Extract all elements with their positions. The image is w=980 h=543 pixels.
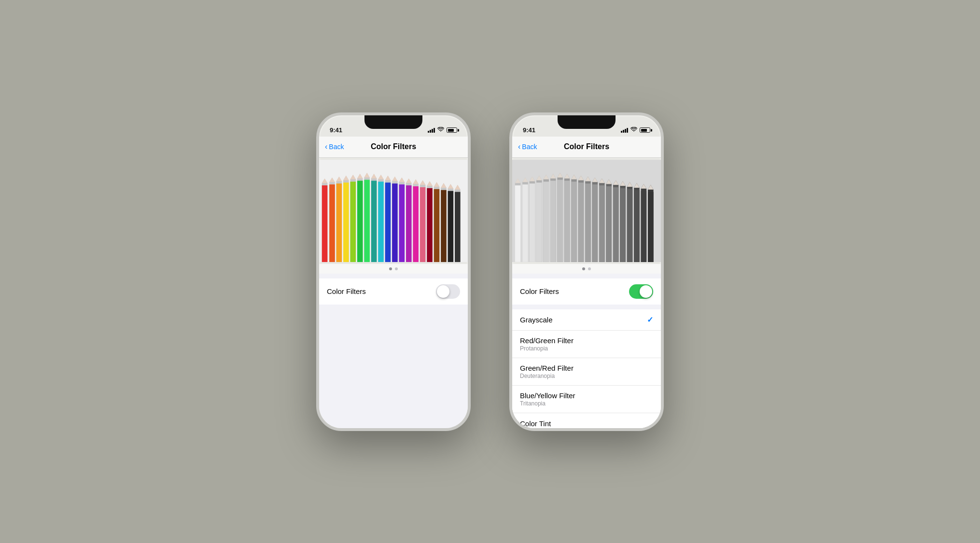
page-dots-2 <box>512 264 661 274</box>
filter-option-red-green[interactable]: Red/Green Filter Protanopia <box>512 331 661 358</box>
settings-content-1: Color Filters <box>319 274 468 428</box>
page-dots-1 <box>319 264 468 274</box>
color-filters-row-1: Color Filters <box>319 278 468 305</box>
nav-title-2: Color Filters <box>564 142 609 151</box>
filter-option-color-tint-text: Color Tint <box>520 419 551 428</box>
svg-rect-3 <box>322 185 328 262</box>
svg-rect-94 <box>585 183 591 262</box>
status-icons-1 <box>428 127 457 134</box>
color-filters-row-2: Color Filters <box>512 278 661 305</box>
battery-icon-2 <box>640 127 650 133</box>
filter-option-blue-yellow-sub: Tritanopia <box>520 400 575 407</box>
notch-1 <box>364 115 422 129</box>
signal-icon-2 <box>621 128 628 133</box>
svg-rect-88 <box>571 181 577 262</box>
filter-option-red-green-sub: Protanopia <box>520 345 574 352</box>
nav-bar-1: ‹ Back Color Filters <box>319 137 468 158</box>
color-filters-label-1: Color Filters <box>327 287 366 295</box>
svg-rect-121 <box>648 192 654 262</box>
svg-rect-27 <box>378 181 384 262</box>
svg-rect-57 <box>448 191 454 262</box>
phone-1-body: 9:41 <box>316 112 471 431</box>
phone-2-body: 9:41 <box>509 112 664 431</box>
color-filters-section-1: Color Filters <box>319 278 468 305</box>
battery-icon-1 <box>447 127 457 133</box>
svg-rect-6 <box>329 184 335 262</box>
pencil-area-2 <box>512 158 661 264</box>
filter-option-grayscale-text: Grayscale <box>520 316 553 324</box>
svg-rect-45 <box>420 187 426 262</box>
nav-title-1: Color Filters <box>371 142 416 151</box>
svg-rect-79 <box>550 181 556 262</box>
filter-options-section: Grayscale ✓ Red/Green Filter Protanopia … <box>512 309 661 428</box>
svg-rect-51 <box>434 189 440 262</box>
svg-rect-112 <box>627 189 633 262</box>
nav-bar-2: ‹ Back Color Filters <box>512 137 661 158</box>
toggle-knob-2 <box>640 285 652 298</box>
filter-option-blue-yellow-text: Blue/Yellow Filter Tritanopia <box>520 391 575 407</box>
svg-rect-18 <box>357 181 363 262</box>
svg-rect-100 <box>599 185 605 262</box>
back-button-1[interactable]: ‹ Back <box>325 142 344 151</box>
chevron-left-icon-2: ‹ <box>518 142 520 151</box>
svg-rect-91 <box>578 182 584 262</box>
back-label-1: Back <box>329 143 344 151</box>
svg-rect-42 <box>413 186 419 262</box>
svg-rect-82 <box>557 180 563 262</box>
dot-2-active <box>582 267 585 270</box>
svg-rect-9 <box>336 183 342 262</box>
filter-option-grayscale[interactable]: Grayscale ✓ <box>512 309 661 331</box>
signal-icon-1 <box>428 128 435 133</box>
svg-rect-118 <box>641 191 647 262</box>
color-filters-toggle-2[interactable] <box>629 284 653 299</box>
status-icons-2 <box>621 127 650 134</box>
svg-rect-106 <box>613 187 619 262</box>
svg-rect-67 <box>522 184 528 262</box>
filter-option-color-tint[interactable]: Color Tint <box>512 413 661 428</box>
filter-option-blue-yellow-name: Blue/Yellow Filter <box>520 391 575 400</box>
checkmark-icon-grayscale: ✓ <box>647 315 653 324</box>
filter-option-red-green-text: Red/Green Filter Protanopia <box>520 336 574 352</box>
svg-rect-64 <box>515 185 521 262</box>
wifi-icon-1 <box>437 127 444 134</box>
svg-rect-33 <box>392 183 398 262</box>
color-filters-toggle-1[interactable] <box>436 284 460 299</box>
dot-1-active <box>389 267 392 270</box>
svg-rect-15 <box>350 181 356 262</box>
svg-rect-48 <box>427 188 433 262</box>
color-filters-section-2: Color Filters <box>512 278 661 305</box>
filter-option-green-red[interactable]: Green/Red Filter Deuteranopia <box>512 358 661 386</box>
time-2: 9:41 <box>523 126 535 134</box>
pencils-svg-1 <box>319 158 468 264</box>
filter-option-green-red-name: Green/Red Filter <box>520 364 574 372</box>
svg-rect-97 <box>592 184 598 262</box>
filter-option-green-red-sub: Deuteranopia <box>520 373 574 379</box>
filter-option-blue-yellow[interactable]: Blue/Yellow Filter Tritanopia <box>512 386 661 413</box>
dot-2-inactive <box>588 267 591 270</box>
svg-rect-24 <box>371 181 377 262</box>
toggle-knob-1 <box>437 285 449 298</box>
back-button-2[interactable]: ‹ Back <box>518 142 537 151</box>
dot-1-inactive <box>395 267 398 270</box>
svg-rect-70 <box>530 183 535 262</box>
svg-rect-30 <box>385 182 391 262</box>
svg-rect-109 <box>620 188 626 262</box>
filter-option-red-green-name: Red/Green Filter <box>520 336 574 345</box>
svg-rect-39 <box>406 185 412 262</box>
svg-rect-12 <box>343 182 349 262</box>
settings-content-2: Color Filters Grayscale ✓ Red/Green Filt <box>512 274 661 428</box>
svg-rect-103 <box>606 186 612 262</box>
filter-option-color-tint-name: Color Tint <box>520 419 551 428</box>
pencil-area-1 <box>319 158 468 264</box>
svg-rect-21 <box>364 180 370 262</box>
svg-rect-60 <box>455 192 461 262</box>
svg-rect-73 <box>536 182 542 262</box>
svg-rect-85 <box>564 181 570 262</box>
svg-rect-115 <box>634 190 640 262</box>
notch-2 <box>558 115 616 129</box>
filter-option-green-red-text: Green/Red Filter Deuteranopia <box>520 364 574 379</box>
svg-rect-36 <box>399 184 405 262</box>
phone-1: 9:41 <box>316 112 471 431</box>
phone-2: 9:41 <box>509 112 664 431</box>
svg-rect-54 <box>441 190 447 262</box>
